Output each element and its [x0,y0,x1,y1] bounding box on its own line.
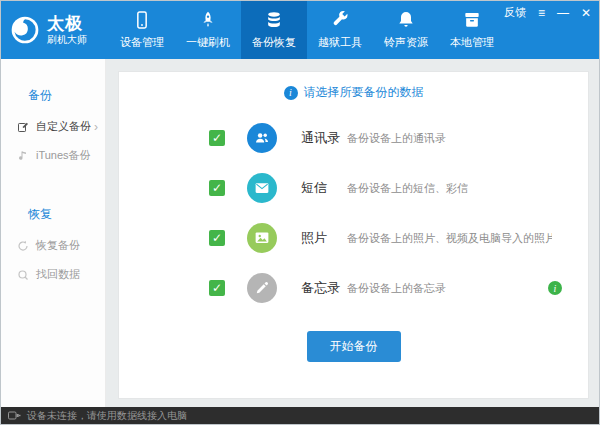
brand-text: 太极 刷机大师 [47,14,87,45]
backup-icon [264,10,284,30]
body: 备份 自定义备份 › [1,59,599,407]
feedback-link[interactable]: 反馈 [504,5,526,20]
window-controls: 反馈 ≡ — ✕ [504,5,591,20]
item-name: 备忘录 [301,279,347,297]
sidebar-section-title: 恢复 [1,206,105,231]
memo-info-icon[interactable]: i [548,281,562,295]
backup-panel: i 请选择所要备份的数据 ✓ [118,71,589,399]
backup-item-list: ✓ 通讯录 备份设备上的通讯录 ✓ [119,113,588,313]
item-description: 备份设备上的照片、视频及电脑导入的照片 [347,231,552,246]
sidebar-item-itunes-backup[interactable]: iTunes备份 [1,141,105,170]
nav-label: 越狱工具 [318,35,362,50]
sidebar-item-recover-data[interactable]: 找回数据 [1,260,105,289]
photos-checkbox[interactable]: ✓ [209,230,225,246]
button-row: 开始备份 [119,331,588,362]
edit-pencil-icon [16,121,29,133]
nav-label: 设备管理 [120,35,164,50]
nav-item-jailbreak-tools[interactable]: 越狱工具 [307,1,373,59]
sms-icon [247,173,277,203]
item-description: 备份设备上的通讯录 [347,131,446,146]
menu-icon[interactable]: ≡ [538,7,545,19]
chevron-right-icon: › [94,120,98,134]
sidebar-item-label: 找回数据 [36,267,80,282]
nav-item-backup-restore[interactable]: 备份恢复 [241,1,307,59]
ringtone-icon [396,10,416,30]
photos-icon [247,223,277,253]
app-window: 太极 刷机大师 设备管理 [0,0,600,425]
nav-item-one-key-flash[interactable]: 一键刷机 [175,1,241,59]
music-note-icon [16,150,29,162]
status-text: 设备未连接，请使用数据线接入电脑 [27,409,187,423]
local-icon [462,10,482,30]
restore-arrow-icon [16,240,29,252]
nav-label: 备份恢复 [252,35,296,50]
list-item-photos: ✓ 照片 备份设备上的照片、视频及电脑导入的照片 [209,213,588,263]
sidebar-item-label: 自定义备份 [36,119,91,134]
app-name: 太极 [47,14,87,34]
nav-item-ringtone-resources[interactable]: 铃声资源 [373,1,439,59]
minimize-icon[interactable]: — [557,7,569,19]
item-name: 短信 [301,179,347,197]
list-item-memo: ✓ 备忘录 备份设备上的备忘录 i [209,263,588,313]
close-icon[interactable]: ✕ [581,7,591,19]
statusbar: 设备未连接，请使用数据线接入电脑 [1,407,599,424]
banner: i 请选择所要备份的数据 [119,84,588,101]
contacts-checkbox[interactable]: ✓ [209,130,225,146]
flash-icon [198,10,218,30]
device-icon [132,10,152,30]
sidebar-section-backup: 备份 自定义备份 › [1,87,105,170]
taiji-logo-icon [9,14,41,46]
sidebar-item-label: iTunes备份 [36,148,91,163]
usb-icon [8,411,21,420]
nav-item-device-manage[interactable]: 设备管理 [109,1,175,59]
nav-item-local-manage[interactable]: 本地管理 [439,1,505,59]
topbar: 太极 刷机大师 设备管理 [1,1,599,59]
item-description: 备份设备上的短信、彩信 [347,181,468,196]
sidebar-section-restore: 恢复 恢复备份 [1,206,105,289]
nav-label: 铃声资源 [384,35,428,50]
nav-label: 一键刷机 [186,35,230,50]
contacts-icon [247,123,277,153]
content-area: i 请选择所要备份的数据 ✓ [106,59,599,407]
main-nav: 设备管理 一键刷机 [109,1,505,59]
memo-icon [247,273,277,303]
sms-checkbox[interactable]: ✓ [209,180,225,196]
recover-data-icon [16,269,29,281]
nav-label: 本地管理 [450,35,494,50]
list-item-contacts: ✓ 通讯录 备份设备上的通讯录 [209,113,588,163]
item-name: 照片 [301,229,347,247]
app-subtitle: 刷机大师 [47,34,87,46]
item-description: 备份设备上的备忘录 [347,281,446,296]
app-brand: 太极 刷机大师 [1,1,109,59]
sidebar-section-title: 备份 [1,87,105,112]
tools-icon [330,10,350,30]
sidebar-item-restore-backup[interactable]: 恢复备份 [1,231,105,260]
item-name: 通讯录 [301,129,347,147]
sidebar-item-custom-backup[interactable]: 自定义备份 › [1,112,105,141]
memo-checkbox[interactable]: ✓ [209,280,225,296]
list-item-sms: ✓ 短信 备份设备上的短信、彩信 [209,163,588,213]
start-backup-button[interactable]: 开始备份 [307,331,401,362]
sidebar: 备份 自定义备份 › [1,59,106,407]
banner-text: 请选择所要备份的数据 [304,84,424,101]
info-icon: i [284,86,298,100]
sidebar-item-label: 恢复备份 [36,238,80,253]
